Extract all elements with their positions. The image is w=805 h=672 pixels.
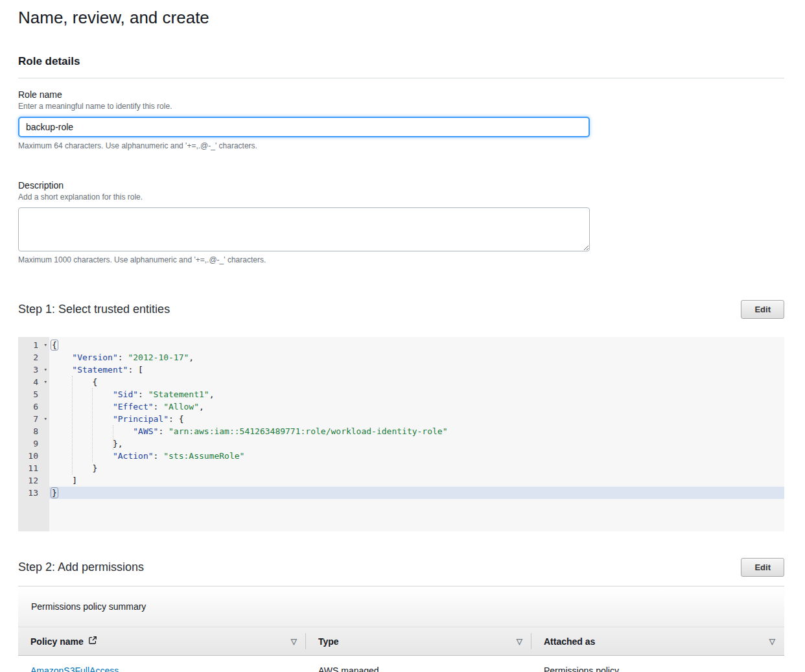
code-line[interactable]: "Sid": "Statement1",	[49, 388, 784, 400]
step2-header-row: Step 2: Add permissions Edit	[18, 558, 784, 577]
line-number: 12	[18, 474, 49, 487]
fold-arrow-icon[interactable]: ▾	[44, 413, 47, 425]
code-text: :	[158, 426, 169, 436]
code-token-key: "AWS"	[133, 426, 158, 436]
line-number: 4▾	[18, 376, 49, 388]
step2-edit-button[interactable]: Edit	[741, 558, 784, 577]
line-number: 5	[18, 388, 49, 400]
code-text	[52, 353, 72, 362]
policy-name-cell: AmazonS3FullAccess	[18, 666, 306, 672]
code-text: ,	[209, 389, 215, 399]
code-line[interactable]: "Principal": {	[49, 413, 784, 425]
description-textarea[interactable]	[18, 207, 590, 251]
code-text: :	[118, 353, 128, 362]
code-line[interactable]: "Version": "2012-10-17",	[49, 351, 784, 364]
step1-header-row: Step 1: Select trusted entities Edit	[18, 300, 784, 319]
code-text: },	[52, 439, 123, 448]
external-link-icon[interactable]	[88, 636, 97, 647]
code-token-str: "sts:AssumeRole"	[163, 451, 244, 461]
permissions-table-header: Policy name▽Type▽Attached as▽	[18, 627, 784, 656]
filter-icon[interactable]: ▽	[517, 638, 522, 645]
code-line[interactable]: "Action": "sts:AssumeRole"	[49, 450, 784, 462]
code-text: :	[154, 451, 164, 461]
line-number: 13	[18, 487, 49, 499]
role-name-label: Role name	[18, 89, 784, 100]
code-token-bracket: {	[51, 340, 58, 351]
fold-arrow-icon[interactable]: ▾	[44, 364, 47, 376]
code-text: }	[52, 463, 97, 473]
permissions-panel-title: Permissions policy summary	[31, 601, 146, 612]
page-title: Name, review, and create	[18, 8, 784, 28]
code-text: : {	[169, 414, 183, 424]
code-token-bracket: }	[51, 487, 58, 498]
step1-heading: Step 1: Select trusted entities	[18, 303, 170, 316]
code-text	[52, 414, 113, 424]
code-line[interactable]: {	[49, 339, 784, 351]
trust-policy-editor[interactable]: 1▾23▾4▾567▾8910111213 { "Version": "2012…	[18, 337, 784, 531]
code-text	[52, 402, 113, 411]
line-number: 6	[18, 400, 49, 413]
code-text	[52, 389, 113, 399]
code-token-str: "Statement1"	[148, 389, 209, 399]
code-text: :	[138, 389, 148, 399]
column-header-label: Attached as	[544, 636, 595, 647]
step1-edit-button[interactable]: Edit	[741, 300, 784, 319]
code-token-key: "Version"	[72, 353, 117, 362]
description-label: Description	[18, 180, 784, 191]
code-text: ,	[189, 353, 194, 362]
line-number: 8	[18, 425, 49, 437]
line-number: 3▾	[18, 364, 49, 376]
line-number: 9	[18, 437, 49, 450]
description-constraint: Maximum 1000 characters. Use alphanumeri…	[18, 255, 784, 264]
permissions-panel-header: Permissions policy summary	[18, 586, 784, 627]
code-line[interactable]: "Effect": "Allow",	[49, 400, 784, 413]
role-details-heading: Role details	[18, 55, 784, 68]
line-number: 2	[18, 351, 49, 364]
line-number: 10	[18, 450, 49, 462]
code-token-key: "Action"	[113, 451, 154, 461]
code-text: ,	[199, 402, 204, 411]
code-line[interactable]: ]	[49, 474, 784, 487]
role-details-divider	[18, 78, 784, 78]
code-text	[52, 426, 133, 436]
permissions-table-body: AmazonS3FullAccessAWS managedPermissions…	[18, 656, 784, 672]
code-line[interactable]: },	[49, 437, 784, 450]
line-number: 7▾	[18, 413, 49, 425]
fold-arrow-icon[interactable]: ▾	[44, 376, 47, 388]
code-line[interactable]: "Statement": [	[49, 364, 784, 376]
role-name-group: Role name Enter a meaningful name to ide…	[18, 89, 784, 150]
column-header-label: Policy name	[30, 636, 84, 647]
role-name-hint: Enter a meaningful name to identify this…	[18, 102, 784, 111]
code-line[interactable]: {	[49, 376, 784, 388]
code-line[interactable]: "AWS": "arn:aws:iam::541263489771:role/w…	[49, 425, 784, 437]
code-token-key: "Sid"	[113, 389, 138, 399]
role-name-input[interactable]	[18, 117, 590, 137]
policy-name-link[interactable]: AmazonS3FullAccess	[30, 666, 119, 672]
code-token-key: "Principal"	[113, 414, 169, 424]
code-token-str: "2012-10-17"	[128, 353, 189, 362]
code-text: : [	[128, 365, 143, 375]
code-token-str: "Allow"	[163, 402, 199, 411]
editor-gutter: 1▾23▾4▾567▾8910111213	[18, 337, 49, 531]
attached-as-cell: Permissions policy	[531, 666, 784, 672]
column-header-policy-name[interactable]: Policy name▽	[18, 627, 306, 655]
fold-arrow-icon[interactable]: ▾	[44, 339, 47, 351]
column-header-type[interactable]: Type▽	[306, 627, 531, 655]
code-token-str: "arn:aws:iam::541263489771:role/workload…	[169, 426, 447, 436]
line-number: 1▾	[18, 339, 49, 351]
code-line[interactable]: }	[49, 487, 784, 499]
role-name-constraint: Maximum 64 characters. Use alphanumeric …	[18, 141, 784, 150]
column-header-attached-as[interactable]: Attached as▽	[531, 627, 784, 655]
code-line[interactable]: }	[49, 462, 784, 474]
code-text: {	[52, 377, 97, 387]
filter-icon[interactable]: ▽	[291, 638, 297, 645]
page-container: Name, review, and create Role details Ro…	[0, 0, 805, 672]
filter-icon[interactable]: ▽	[769, 638, 775, 645]
code-token-key: "Statement"	[72, 365, 128, 375]
code-token-key: "Effect"	[113, 402, 154, 411]
table-row: AmazonS3FullAccessAWS managedPermissions…	[18, 656, 784, 672]
editor-code[interactable]: { "Version": "2012-10-17", "Statement": …	[49, 337, 784, 531]
code-text	[52, 451, 113, 461]
code-text: ]	[52, 476, 77, 485]
step2-heading: Step 2: Add permissions	[18, 561, 144, 574]
